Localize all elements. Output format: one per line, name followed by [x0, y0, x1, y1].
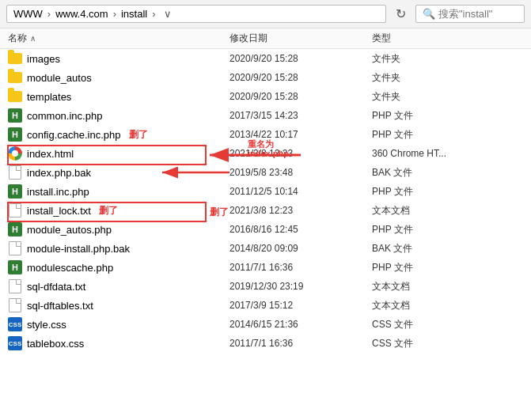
file-date: 2021/3/8 12:23 [229, 148, 372, 159]
file-date: 2011/12/5 10:14 [229, 186, 372, 197]
file-icon-wrapper [8, 203, 22, 218]
sort-arrow[interactable]: ∧ [30, 34, 36, 43]
html-icon [8, 146, 22, 161]
table-row[interactable]: H module_autos.php 2016/8/16 12:45 PHP 文… [0, 220, 531, 239]
file-name: index.php.bak [27, 167, 91, 179]
file-icon-wrapper [8, 70, 22, 85]
file-date: 2019/5/8 23:48 [229, 167, 372, 178]
table-row[interactable]: H common.inc.php 2017/3/15 14:23 PHP 文件 [0, 106, 531, 125]
address-chevron[interactable]: ∨ [164, 8, 172, 20]
file-name: module-install.php.bak [27, 243, 130, 255]
file-name: module_autos.php [27, 224, 112, 236]
file-name-cell: H config.cache.inc.php 删了 [8, 127, 229, 142]
php-icon: H [8, 127, 22, 142]
file-name-cell: index.php.bak [8, 165, 229, 180]
css-icon: CSS [8, 317, 22, 331]
file-name-cell: H common.inc.php [8, 108, 229, 123]
table-row[interactable]: CSS tablebox.css 2011/7/1 16:36 CSS 文件 [0, 334, 531, 353]
file-icon-wrapper: H [8, 127, 22, 142]
file-date: 2014/6/15 21:36 [229, 319, 372, 330]
address-path[interactable]: WWW › www.4.com › install › ∨ [6, 5, 386, 23]
file-name: common.inc.php [27, 110, 102, 122]
file-date: 2017/3/9 15:12 [229, 300, 372, 311]
file-icon-wrapper: H [8, 222, 22, 236]
search-bar[interactable]: 🔍 [415, 5, 525, 23]
php-icon: H [8, 108, 22, 123]
file-icon-wrapper: CSS [8, 317, 22, 331]
table-row[interactable]: module_autos 2020/9/20 15:28 文件夹 [0, 68, 531, 87]
file-date: 2013/4/22 10:17 [229, 129, 372, 140]
file-date: 2017/3/15 14:23 [229, 110, 372, 121]
file-icon-wrapper: H [8, 260, 22, 274]
table-row[interactable]: index.html 2021/3/8 12:23 360 Chrome HT.… [0, 144, 531, 163]
table-row[interactable]: templates 2020/9/20 15:28 文件夹 [0, 87, 531, 106]
file-type: BAK 文件 [372, 166, 523, 180]
column-headers: 名称 ∧ 修改日期 类型 [0, 28, 531, 49]
file-name-cell: H modulescache.php [8, 260, 229, 274]
file-date: 2020/9/20 15:28 [229, 72, 372, 83]
file-date: 2020/9/20 15:28 [229, 53, 372, 64]
file-type: 文件夹 [372, 71, 523, 85]
table-row[interactable]: images 2020/9/20 15:28 文件夹 [0, 49, 531, 68]
php-icon: H [8, 222, 22, 236]
crumb-domain[interactable]: www.4.com [55, 8, 108, 20]
table-row[interactable]: sql-dfdata.txt 2019/12/30 23:19 文本文档 [0, 277, 531, 296]
file-type: 360 Chrome HT... [372, 148, 523, 159]
crumb-install[interactable]: install [121, 8, 147, 20]
file-icon-wrapper [8, 51, 22, 66]
file-date: 2021/3/8 12:23 [229, 205, 372, 216]
file-icon [9, 298, 21, 312]
file-rows[interactable]: images 2020/9/20 15:28 文件夹 module_autos … [0, 49, 531, 353]
file-name-cell: H module_autos.php [8, 222, 229, 236]
file-name: index.html [27, 148, 74, 160]
col-date-header: 修改日期 [229, 32, 372, 45]
folder-icon [8, 72, 22, 83]
deleted-label: 删了 [129, 128, 148, 142]
file-icon-wrapper [8, 146, 22, 161]
file-type: PHP 文件 [372, 185, 523, 199]
table-row[interactable]: H install.inc.php 2011/12/5 10:14 PHP 文件 [0, 182, 531, 201]
file-date: 2011/7/1 16:36 [229, 338, 372, 349]
col-type-header: 类型 [372, 32, 531, 45]
file-date: 2020/9/20 15:28 [229, 91, 372, 102]
table-row[interactable]: index.php.bak 2019/5/8 23:48 BAK 文件 [0, 163, 531, 182]
file-type: 文本文档 [372, 204, 523, 218]
table-row[interactable]: module-install.php.bak 2014/8/20 09:09 B… [0, 239, 531, 258]
table-row[interactable]: H modulescache.php 2011/7/1 16:36 PHP 文件 [0, 258, 531, 277]
file-name: tablebox.css [27, 338, 84, 350]
file-list-container: 名称 ∧ 修改日期 类型 images 2020/9/20 15:28 文件夹 … [0, 28, 531, 420]
file-icon-wrapper [8, 298, 22, 312]
folder-icon [8, 53, 22, 64]
crumb-www[interactable]: WWW [13, 8, 43, 20]
file-name: config.cache.inc.php [27, 129, 121, 141]
file-name-cell: H install.inc.php [8, 184, 229, 199]
refresh-button[interactable]: ↻ [391, 5, 411, 23]
file-type: PHP 文件 [372, 128, 523, 142]
php-icon: H [8, 184, 22, 199]
file-icon-wrapper: H [8, 184, 22, 199]
file-type: CSS 文件 [372, 337, 523, 350]
table-row[interactable]: sql-dftables.txt 2017/3/9 15:12 文本文档 [0, 296, 531, 315]
file-name: install.inc.php [27, 186, 89, 198]
col-name-header: 名称 ∧ [8, 32, 229, 45]
file-type: PHP 文件 [372, 109, 523, 123]
table-row[interactable]: H config.cache.inc.php 删了 2013/4/22 10:1… [0, 125, 531, 144]
php-icon: H [8, 260, 22, 274]
address-bar: WWW › www.4.com › install › ∨ ↻ 🔍 [0, 0, 531, 28]
file-name: install_lock.txt [27, 205, 91, 217]
search-input[interactable] [438, 8, 518, 20]
file-name-cell: templates [8, 89, 229, 104]
table-row[interactable]: CSS style.css 2014/6/15 21:36 CSS 文件 [0, 315, 531, 334]
deleted-label: 删了 [99, 204, 118, 218]
table-row[interactable]: install_lock.txt 删了 2021/3/8 12:23 文本文档 [0, 201, 531, 220]
file-icon [9, 203, 21, 218]
file-list-wrapper: images 2020/9/20 15:28 文件夹 module_autos … [0, 49, 531, 420]
file-name-cell: module-install.php.bak [8, 241, 229, 255]
file-name: style.css [27, 319, 66, 331]
file-name: templates [27, 91, 71, 103]
file-name: sql-dfdata.txt [27, 281, 85, 293]
file-type: 文件夹 [372, 90, 523, 104]
file-name: modulescache.php [27, 262, 113, 274]
file-icon [9, 279, 21, 293]
file-type: PHP 文件 [372, 261, 523, 274]
